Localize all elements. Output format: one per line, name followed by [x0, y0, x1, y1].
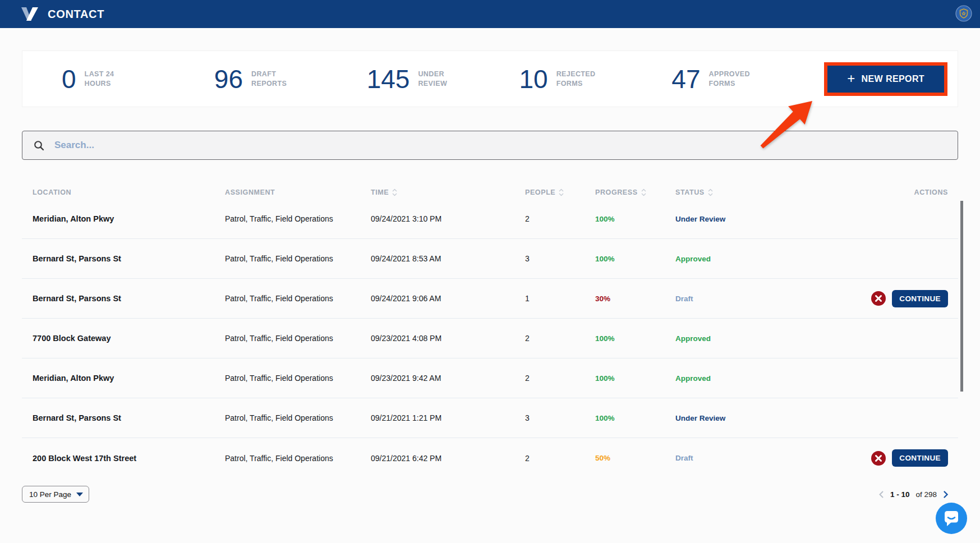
column-header-label: LOCATION — [33, 188, 71, 196]
new-report-label: NEW REPORT — [862, 74, 924, 84]
cell-progress: 100% — [595, 414, 675, 422]
scrollbar-thumb[interactable] — [960, 201, 963, 392]
cell-time: 09/23/2021 9:42 AM — [371, 374, 525, 383]
stat-value: 145 — [367, 66, 410, 92]
cell-assignment: Patrol, Traffic, Field Operations — [225, 294, 371, 303]
table-row[interactable]: 7700 Block Gateway Patrol, Traffic, Fiel… — [22, 319, 958, 358]
cell-status: Approved — [675, 255, 810, 263]
stat-value: 96 — [214, 66, 243, 92]
cell-time: 09/24/2021 9:06 AM — [371, 294, 525, 303]
cell-status: Draft — [675, 454, 810, 462]
cell-actions: CONTINUE — [810, 290, 958, 307]
cell-people: 2 — [525, 374, 595, 383]
column-header-time[interactable]: TIME — [371, 188, 525, 196]
app-logo-icon — [19, 6, 40, 22]
stat-value: 10 — [519, 66, 547, 92]
column-header-label: STATUS — [675, 188, 705, 196]
chat-launcher-button[interactable] — [936, 503, 967, 534]
pagination: 1 - 10 of 298 — [878, 490, 949, 499]
cell-people: 1 — [525, 294, 595, 303]
stat-under-review: 145 UNDERREVIEW — [367, 66, 519, 92]
column-header-location: LOCATION — [22, 188, 225, 196]
app-title: CONTACT — [48, 8, 104, 21]
table-row[interactable]: Bernard St, Parsons St Patrol, Traffic, … — [22, 279, 958, 319]
stat-value: 0 — [62, 66, 76, 92]
table-body: Meridian, Alton Pkwy Patrol, Traffic, Fi… — [22, 199, 958, 478]
stat-last-24-hours: 0 LAST 24HOURS — [62, 66, 214, 92]
stat-label: LAST 24HOURS — [85, 70, 114, 88]
continue-button[interactable]: CONTINUE — [892, 449, 948, 467]
search-icon — [34, 140, 44, 151]
circle-x-icon — [871, 291, 886, 306]
chevron-right-icon — [943, 490, 949, 499]
cell-assignment: Patrol, Traffic, Field Operations — [225, 413, 371, 422]
table-row[interactable]: Meridian, Alton Pkwy Patrol, Traffic, Fi… — [22, 199, 958, 239]
cell-time: 09/24/2021 3:10 PM — [371, 214, 525, 223]
chat-bubble-icon — [936, 503, 967, 534]
per-page-label: 10 Per Page — [29, 490, 71, 499]
table-row[interactable]: Bernard St, Parsons St Patrol, Traffic, … — [22, 239, 958, 279]
table-header-row: LOCATIONASSIGNMENTTIMEPEOPLEPROGRESSSTAT… — [22, 186, 958, 199]
cell-status: Draft — [675, 294, 810, 303]
stat-label: REJECTEDFORMS — [556, 70, 596, 88]
pagination-total: of 298 — [915, 490, 937, 499]
column-header-label: ASSIGNMENT — [225, 188, 275, 196]
cell-time: 09/24/2021 8:53 AM — [371, 254, 525, 263]
stat-draft-reports: 96 DRAFTREPORTS — [214, 66, 367, 92]
cell-progress: 100% — [595, 255, 675, 263]
table-row[interactable]: 200 Block West 17th Street Patrol, Traff… — [22, 438, 958, 478]
column-header-status[interactable]: STATUS — [675, 188, 810, 196]
cell-location: Meridian, Alton Pkwy — [22, 214, 225, 223]
cell-progress: 30% — [595, 294, 675, 303]
stat-label: UNDERREVIEW — [418, 70, 447, 88]
column-header-assignment: ASSIGNMENT — [225, 188, 371, 196]
continue-button[interactable]: CONTINUE — [892, 290, 948, 307]
cell-location: Bernard St, Parsons St — [22, 254, 225, 263]
per-page-dropdown[interactable]: 10 Per Page — [22, 486, 89, 503]
new-report-button[interactable]: + NEW REPORT — [827, 66, 944, 93]
cell-progress: 100% — [595, 215, 675, 223]
cell-location: 7700 Block Gateway — [22, 334, 225, 343]
cell-people: 3 — [525, 413, 595, 422]
stat-label: APPROVEDFORMS — [708, 70, 749, 88]
column-header-people[interactable]: PEOPLE — [525, 188, 595, 196]
cell-status: Under Review — [675, 414, 810, 422]
table-row[interactable]: Bernard St, Parsons St Patrol, Traffic, … — [22, 398, 958, 438]
cell-location: 200 Block West 17th Street — [22, 454, 225, 463]
circle-x-icon — [871, 450, 886, 466]
cell-assignment: Patrol, Traffic, Field Operations — [225, 374, 371, 383]
sort-icon — [641, 188, 646, 196]
cell-time: 09/21/2021 1:21 PM — [371, 413, 525, 422]
sort-icon — [559, 188, 564, 196]
cell-assignment: Patrol, Traffic, Field Operations — [225, 454, 371, 463]
app-header: CONTACT — [0, 0, 980, 28]
cell-location: Meridian, Alton Pkwy — [22, 374, 225, 383]
column-header-progress[interactable]: PROGRESS — [595, 188, 675, 196]
search-bar — [22, 131, 958, 160]
cell-progress: 100% — [595, 334, 675, 343]
column-header-label: ACTIONS — [914, 188, 948, 196]
delete-report-button[interactable] — [871, 291, 886, 306]
shield-star-icon — [955, 5, 972, 24]
cell-status: Approved — [675, 374, 810, 383]
cell-assignment: Patrol, Traffic, Field Operations — [225, 214, 371, 223]
search-input[interactable] — [53, 139, 946, 151]
cell-actions: CONTINUE — [810, 449, 958, 467]
pagination-range: 1 - 10 — [890, 490, 910, 499]
cell-assignment: Patrol, Traffic, Field Operations — [225, 334, 371, 343]
next-page-button[interactable] — [943, 490, 949, 499]
cell-location: Bernard St, Parsons St — [22, 294, 225, 303]
user-badge-button[interactable] — [955, 5, 972, 24]
prev-page-button[interactable] — [878, 490, 884, 499]
column-header-label: PEOPLE — [525, 188, 555, 196]
table-row[interactable]: Meridian, Alton Pkwy Patrol, Traffic, Fi… — [22, 358, 958, 398]
cell-time: 09/23/2021 4:08 PM — [371, 334, 525, 343]
delete-report-button[interactable] — [871, 450, 886, 466]
cell-people: 2 — [525, 454, 595, 463]
cell-status: Under Review — [675, 215, 810, 223]
cell-progress: 50% — [595, 454, 675, 462]
chevron-left-icon — [878, 490, 884, 499]
cell-assignment: Patrol, Traffic, Field Operations — [225, 254, 371, 263]
cell-people: 2 — [525, 214, 595, 223]
stats-bar: 0 LAST 24HOURS 96 DRAFTREPORTS 145 UNDER… — [22, 50, 958, 107]
